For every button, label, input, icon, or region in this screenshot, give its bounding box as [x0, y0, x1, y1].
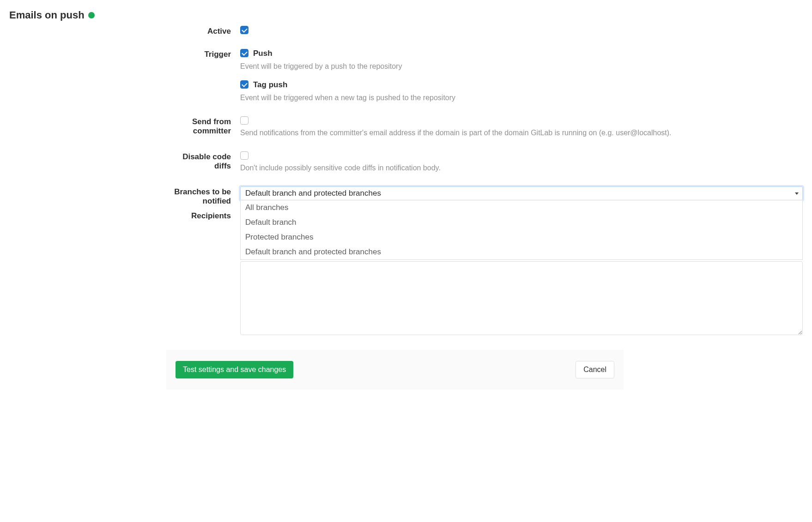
branches-option[interactable]: Protected branches	[241, 230, 802, 245]
label-active: Active	[166, 26, 240, 36]
page-title: Emails on push	[9, 9, 85, 21]
form-footer: Test settings and save changes Cancel	[166, 350, 624, 390]
checkbox-trigger-push[interactable]	[240, 49, 248, 57]
label-trigger: Trigger	[166, 49, 240, 59]
checkbox-active[interactable]	[240, 26, 248, 34]
checkbox-disable-diffs[interactable]	[240, 151, 248, 160]
label-send-from-committer: Send from committer	[166, 116, 240, 136]
checkbox-trigger-tagpush[interactable]	[240, 80, 248, 89]
row-branches: Branches to be notified Default branch a…	[166, 186, 803, 206]
row-disable-diffs: Disable code diffs Don't include possibl…	[166, 151, 803, 174]
label-branches: Branches to be notified	[166, 186, 240, 206]
label-recipients: Recipients	[166, 210, 240, 221]
disable-diffs-help: Don't include possibly sensitive code di…	[240, 162, 803, 174]
recipients-textarea[interactable]	[240, 261, 803, 335]
branches-dropdown: All branches Default branch Protected br…	[240, 200, 803, 260]
status-active-icon	[88, 12, 95, 18]
branches-option[interactable]: Default branch	[241, 215, 802, 230]
trigger-push-label: Push	[253, 49, 273, 58]
cancel-button[interactable]: Cancel	[576, 361, 614, 378]
trigger-tagpush-label: Tag push	[253, 80, 287, 90]
page-title-row: Emails on push	[9, 9, 166, 21]
row-trigger: Trigger Push Event will be triggered by …	[166, 49, 803, 103]
trigger-tagpush-help: Event will be triggered when a new tag i…	[240, 92, 803, 103]
branches-select-value: Default branch and protected branches	[245, 189, 381, 198]
save-button[interactable]: Test settings and save changes	[176, 361, 293, 378]
trigger-push-help: Event will be triggered by a push to the…	[240, 61, 803, 72]
label-disable-diffs: Disable code diffs	[166, 151, 240, 171]
send-from-committer-help: Send notifications from the committer's …	[240, 127, 803, 138]
row-send-from-committer: Send from committer Send notifications f…	[166, 116, 803, 138]
branches-option[interactable]: All branches	[241, 200, 802, 215]
row-active: Active	[166, 26, 803, 36]
checkbox-send-from-committer[interactable]	[240, 116, 248, 125]
branches-select[interactable]: Default branch and protected branches	[240, 186, 803, 200]
branches-option[interactable]: Default branch and protected branches	[241, 245, 802, 259]
